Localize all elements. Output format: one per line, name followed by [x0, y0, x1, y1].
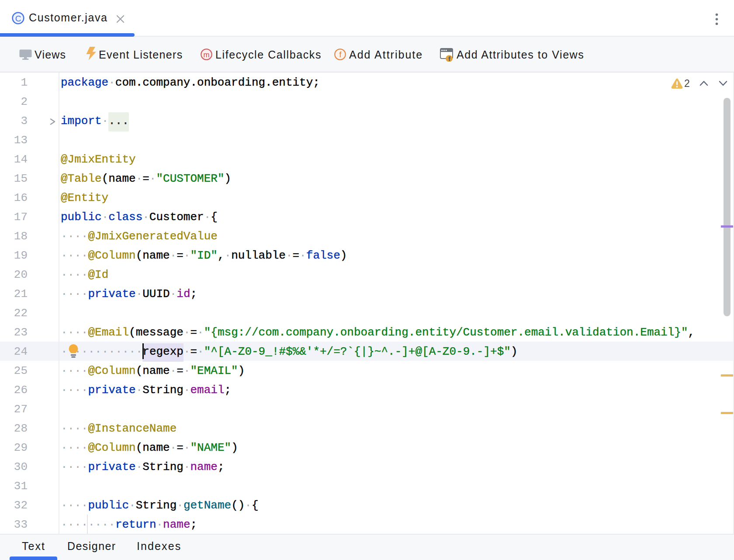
svg-text:C: C — [15, 14, 21, 23]
svg-text:m: m — [203, 51, 209, 59]
